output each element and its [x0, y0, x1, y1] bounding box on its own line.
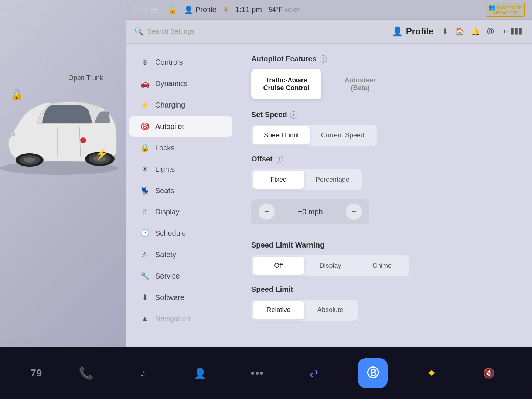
autopilot-info-icon[interactable]: i [320, 55, 327, 63]
nav-item-schedule[interactable]: 🕐 Schedule [129, 223, 232, 243]
relative-label: Relative [266, 306, 290, 314]
absolute-button[interactable]: Absolute [304, 301, 356, 319]
top-bar-right: 👥 PASSENGERAIRBAG OFF [486, 3, 525, 17]
temperature-value: 54°F [269, 6, 283, 13]
percentage-button[interactable]: Percentage [304, 171, 361, 189]
absolute-label: Absolute [317, 306, 343, 314]
nav-item-lights[interactable]: ☀ Lights [129, 159, 232, 180]
relative-button[interactable]: Relative [253, 301, 304, 319]
page-number: 79 [30, 367, 42, 379]
search-bar: 🔍 Search Settings 👤 Profile ⬇ 🏠 🔔 Ⓑ LTE … [126, 20, 532, 44]
current-speed-button[interactable]: Current Speed [310, 126, 375, 144]
nav-item-navigation[interactable]: ▲ Navigation [129, 308, 232, 329]
warning-chime-button[interactable]: Chime [356, 257, 408, 275]
more-dots-icon [251, 372, 263, 375]
download-header-icon[interactable]: ⬇ [442, 27, 449, 36]
service-icon: 🔧 [140, 272, 149, 280]
lightning-symbol: ⚡ [95, 148, 108, 160]
vehicle-panel: 🔓 Open Trunk [0, 0, 126, 347]
nav-item-locks[interactable]: 🔒 Locks [129, 137, 232, 158]
speed-value-control: − +0 mph + [251, 199, 369, 224]
profile-main-label[interactable]: 👤 Profile [392, 26, 434, 37]
cruise-control-button[interactable]: Traffic-Aware Cruise Control [251, 69, 321, 99]
nav-item-software[interactable]: ⬇ Software [129, 287, 232, 308]
taskbar-phone[interactable]: 📞 [73, 360, 99, 386]
search-icon: 🔍 [134, 27, 144, 36]
divider-1 [251, 233, 517, 233]
nav-label-schedule: Schedule [155, 229, 186, 238]
set-speed-info-icon[interactable]: i [290, 111, 297, 119]
speed-limit-label: Speed Limit [264, 132, 299, 139]
nav-label-lights: Lights [155, 165, 175, 174]
garage-header-icon[interactable]: 🏠 [455, 27, 464, 36]
music-icon: ♪ [140, 367, 146, 379]
fixed-button[interactable]: Fixed [253, 171, 304, 189]
nav-label-display: Display [155, 208, 180, 216]
warning-off-button[interactable]: Off [253, 257, 304, 275]
speed-limit-button[interactable]: Speed Limit [253, 126, 310, 144]
taskbar: 79 📞 ♪ 👤 ⇄ Ⓑ ✦ 🔇 [0, 347, 532, 399]
offset-info-icon[interactable]: i [276, 156, 283, 163]
nav-item-display[interactable]: 🖥 Display [129, 202, 232, 222]
taskbar-profile[interactable]: 👤 [187, 360, 213, 386]
battery-fill [151, 8, 158, 11]
nav-item-dynamics[interactable]: 🚗 Dynamics [129, 73, 232, 94]
seats-icon: 💺 [140, 186, 149, 195]
dynamics-icon: 🚗 [140, 79, 149, 88]
autosteer-button[interactable]: Autosteer (Beta) [325, 69, 395, 99]
settings-panel: Autopilot Features i Traffic-Aware Cruis… [236, 44, 532, 347]
taskbar-center-bluetooth[interactable]: Ⓑ [358, 358, 388, 388]
nav-label-dynamics: Dynamics [155, 79, 188, 88]
nav-item-controls[interactable]: ⊕ Controls [129, 52, 232, 72]
profile-text: Profile [406, 26, 434, 37]
cruise-control-label1: Traffic-Aware [265, 76, 307, 84]
bluetooth-header-icon[interactable]: Ⓑ [487, 27, 494, 36]
cruise-control-label2: Cruise Control [263, 84, 309, 92]
autopilot-feature-buttons: Traffic-Aware Cruise Control Autosteer (… [251, 69, 517, 99]
taskbar-volume[interactable]: 🔇 [476, 360, 502, 386]
nav-item-safety[interactable]: ⚠ Safety [129, 244, 232, 265]
set-speed-group: Speed Limit Current Speed [251, 125, 377, 146]
battery-bar [150, 7, 161, 13]
top-profile-label: Profile [195, 6, 216, 14]
percentage-label: Percentage [316, 176, 349, 183]
software-icon: ⬇ [140, 293, 149, 302]
set-speed-label: Set Speed [251, 110, 287, 119]
taskbar-shuffle[interactable]: ⇄ [301, 360, 327, 386]
top-status-bar: 85 % 🔓 👤 Profile ⬇ 1:11 pm 54°F AQI 87 👥… [126, 0, 532, 20]
nav-item-charging[interactable]: ⚡ Charging [129, 95, 232, 115]
bell-header-icon[interactable]: 🔔 [471, 27, 480, 36]
taskbar-music[interactable]: ♪ [130, 360, 156, 386]
nav-label-safety: Safety [155, 250, 176, 259]
speed-increase-button[interactable]: + [346, 204, 362, 220]
nav-item-service[interactable]: 🔧 Service [129, 266, 232, 286]
taskbar-more[interactable] [244, 360, 270, 386]
warning-chime-label: Chime [372, 262, 392, 269]
nav-item-autopilot[interactable]: 🎯 Autopilot [129, 116, 232, 137]
speed-limit-warning-title: Speed Limit Warning [251, 241, 517, 249]
aqi-badge: AQI 87 [284, 7, 299, 13]
speed-limit-section-title: Speed Limit [251, 285, 517, 294]
speed-limit-section-group: Relative Absolute [251, 300, 358, 321]
lights-icon: ☀ [140, 165, 149, 174]
header-icon-row: ⬇ 🏠 🔔 Ⓑ LTE ▋▋▋ [442, 27, 523, 36]
time-display: 1:11 pm [235, 6, 262, 14]
bluetooth-center-icon: Ⓑ [367, 365, 379, 381]
profile-taskbar-icon: 👤 [194, 367, 207, 379]
autopilot-icon: 🎯 [140, 122, 149, 131]
speed-decrease-button[interactable]: − [259, 204, 275, 220]
lte-signal-icon: LTE ▋▋▋ [500, 28, 523, 34]
safety-icon: ⚠ [140, 250, 149, 259]
nav-item-seats[interactable]: 💺 Seats [129, 180, 232, 201]
nav-label-locks: Locks [155, 144, 174, 152]
search-input-area[interactable]: 🔍 Search Settings [134, 27, 388, 36]
autosteer-label2: (Beta) [351, 84, 369, 92]
top-profile-item[interactable]: 👤 Profile [184, 5, 216, 14]
controls-icon: ⊕ [140, 58, 149, 66]
passenger-airbag-text: PASSENGERAIRBAG OFF [493, 6, 522, 15]
nav-menu: ⊕ Controls 🚗 Dynamics ⚡ Charging 🎯 Autop… [126, 44, 236, 347]
warning-display-button[interactable]: Display [304, 257, 356, 275]
phone-icon: 📞 [79, 366, 93, 380]
fixed-label: Fixed [270, 176, 287, 183]
taskbar-games[interactable]: ✦ [419, 360, 445, 386]
